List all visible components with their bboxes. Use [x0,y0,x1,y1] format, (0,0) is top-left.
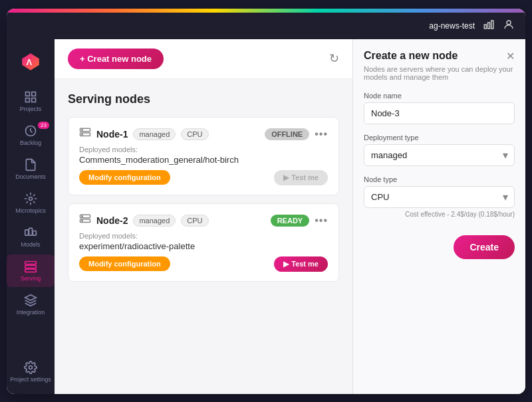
sidebar-item-serving[interactable]: Serving [7,254,55,287]
svg-rect-15 [25,261,37,264]
node-name-group: Node name [364,92,515,124]
node-type-select[interactable]: CPU GPU [364,186,515,208]
sidebar-item-documents[interactable]: Documents [7,153,55,185]
sidebar-item-projects[interactable]: Projects [7,85,55,118]
logo: Λ [7,45,55,79]
create-node-button[interactable]: Create [454,235,515,259]
svg-point-22 [82,134,83,135]
svg-text:Λ: Λ [27,56,33,66]
node-1-deployed-label: Deployed models: [79,146,328,153]
sidebar: Λ Projects 23 Backlog [7,39,55,394]
node-name-input[interactable] [364,102,515,124]
project-name: ag-news-test [429,21,475,31]
refresh-button[interactable]: ↻ [329,51,339,66]
sidebar-item-documents-label: Documents [15,173,46,180]
sidebar-item-integration[interactable]: Integration [7,288,55,321]
node-1-type-tag: managed [133,128,176,140]
svg-rect-6 [26,92,30,96]
node-2-status: READY [271,215,310,227]
backlog-badge: 23 [38,122,49,129]
svg-point-18 [29,365,33,369]
main-header: + Creat new node ↻ [55,39,352,79]
svg-rect-17 [25,269,37,272]
server-icon-1 [79,127,91,142]
node-1-cpu-tag: CPU [181,128,208,140]
svg-rect-14 [33,231,36,235]
page-content: Serving nodes [55,79,352,394]
svg-point-26 [82,220,83,221]
node-1-modify-button[interactable]: Modify configuration [79,170,170,185]
svg-rect-12 [25,229,29,235]
sidebar-item-models-label: Models [21,241,40,248]
deployment-type-group: Deployment type managed self-hosted [364,134,515,166]
node-card-2: Node-2 managed CPU READY ••• Deployed mo… [68,203,339,282]
bar-chart-icon[interactable] [483,19,495,33]
right-panel-title: Create a new node [364,50,458,62]
sidebar-item-serving-label: Serving [21,275,41,282]
svg-rect-9 [32,98,36,102]
svg-rect-0 [484,25,486,29]
svg-rect-16 [25,265,37,268]
right-panel: Create a new node ✕ Nodes are servers wh… [352,39,525,394]
close-panel-button[interactable]: ✕ [506,50,515,62]
deployment-type-select[interactable]: managed self-hosted [364,144,515,166]
svg-point-21 [82,129,83,130]
svg-point-11 [29,197,33,200]
play-icon-active: ▶ [283,260,289,268]
node-2-test-button[interactable]: ▶ Test me [274,256,328,272]
node-1-test-button: ▶ Test me [274,170,328,185]
node-name-label: Node name [364,92,515,100]
node-1-model-name: Comments_moderation_general/hot-birch [79,155,328,165]
server-icon-2 [79,213,91,228]
node-2-name: Node-2 [96,215,128,226]
node-2-type-tag: managed [133,215,176,227]
deployment-type-label: Deployment type [364,134,515,142]
svg-rect-1 [488,23,490,29]
sidebar-item-project-settings[interactable]: Project settings [7,355,55,388]
node-2-deployed-label: Deployed models: [79,232,328,240]
top-navigation: ag-news-test [7,13,525,39]
right-panel-subtitle: Nodes are servers where you can deploy y… [364,65,515,81]
sidebar-item-backlog[interactable]: 23 Backlog [7,119,55,151]
node-1-status: OFFLINE [265,128,309,140]
play-icon-disabled: ▶ [283,173,289,182]
sidebar-item-microtopics-label: Microtopics [15,207,46,214]
node-2-more-button[interactable]: ••• [315,215,328,227]
svg-rect-8 [26,98,30,102]
node-type-group: Node type CPU GPU Cost effective - 2.4$/… [364,175,515,226]
cost-note: Cost effective - 2.4$/day (0.18$/hour) [364,211,515,218]
node-2-modify-button[interactable]: Modify configuration [79,256,170,271]
svg-point-25 [82,215,83,217]
node-1-name: Node-1 [96,129,128,140]
sidebar-item-backlog-label: Backlog [20,140,41,146]
node-type-label: Node type [364,175,515,183]
svg-rect-13 [29,228,33,235]
node-1-more-button[interactable]: ••• [315,128,328,140]
node-2-model-name: experiment/radioactive-palette [79,241,328,251]
sidebar-item-microtopics[interactable]: Microtopics [7,187,55,219]
node-card-1: Node-1 managed CPU OFFLINE ••• Deployed … [68,117,339,195]
sidebar-item-models[interactable]: Models [7,221,55,253]
sidebar-item-projects-label: Projects [20,106,42,112]
svg-rect-2 [491,21,493,29]
sidebar-item-integration-label: Integration [17,309,45,316]
svg-rect-7 [32,92,36,96]
node-2-cpu-tag: CPU [181,215,208,227]
section-title: Serving nodes [68,92,339,106]
svg-point-3 [507,21,511,25]
create-new-node-button[interactable]: + Creat new node [68,49,164,69]
sidebar-item-project-settings-label: Project settings [10,376,51,383]
user-icon[interactable] [503,19,515,33]
